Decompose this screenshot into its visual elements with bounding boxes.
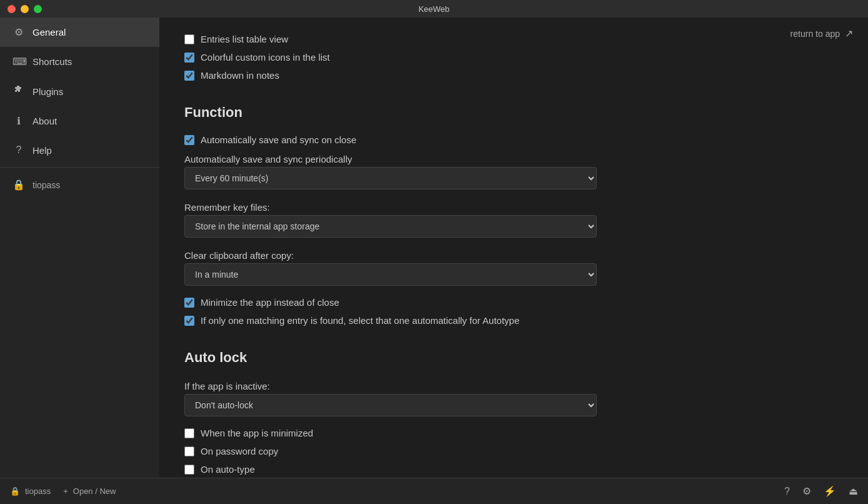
info-icon: ℹ: [12, 115, 25, 127]
minimize-close-checkbox[interactable]: [184, 298, 194, 308]
remember-key-files-select[interactable]: Store in the internal app storage Don't …: [184, 215, 597, 238]
checkbox-markdown-notes[interactable]: Markdown in notes: [184, 66, 843, 84]
colorful-icons-checkbox[interactable]: [184, 53, 194, 63]
checkbox-minimize-close[interactable]: Minimize the app instead of close: [184, 293, 843, 311]
autotype-select-checkbox[interactable]: [184, 316, 194, 326]
remember-key-files-label: Remember key files:: [184, 197, 843, 215]
sidebar-item-label-about: About: [32, 116, 57, 126]
colorful-icons-label: Colorful custom icons in the list: [201, 52, 330, 63]
bottom-settings-icon[interactable]: ⚙: [802, 485, 811, 497]
autotype-select-label: If only one matching entry is found, sel…: [201, 315, 519, 326]
bottom-left: 🔒 tiopass + Open / New: [10, 486, 116, 496]
auto-lock-section: Auto lock If the app is inactive: Don't …: [184, 350, 843, 478]
bottom-lock-icon: 🔒: [10, 486, 20, 496]
inactive-select[interactable]: Don't auto-lock After 1 minute After 5 m…: [184, 394, 597, 416]
entries-list-table-view-label: Entries list table view: [201, 34, 288, 44]
help-icon: ?: [12, 144, 25, 156]
on-auto-type-checkbox[interactable]: [184, 465, 194, 475]
clear-clipboard-select[interactable]: In a minute Never In 10 seconds In 30 se…: [184, 263, 597, 286]
checkbox-auto-save-close[interactable]: Automatically save and sync on close: [184, 131, 843, 149]
function-title: Function: [184, 104, 843, 121]
bottom-tiopass-button[interactable]: 🔒 tiopass: [10, 486, 51, 496]
auto-save-close-checkbox[interactable]: [184, 135, 194, 145]
clear-clipboard-select-wrapper: In a minute Never In 10 seconds In 30 se…: [184, 263, 597, 286]
bottom-open-new-label: Open / New: [73, 486, 116, 496]
when-minimized-label: When the app is minimized: [201, 428, 313, 438]
checkbox-autotype-select[interactable]: If only one matching entry is found, sel…: [184, 311, 843, 330]
sidebar-item-about[interactable]: ℹ About: [0, 106, 159, 136]
bottom-generator-icon[interactable]: ⚡: [824, 485, 836, 497]
bottom-right: ? ⚙ ⚡ ⏏: [784, 485, 858, 497]
return-to-app-label: return to app: [791, 29, 840, 39]
clear-clipboard-label: Clear clipboard after copy:: [184, 245, 843, 263]
return-arrow-icon: ↗: [845, 28, 853, 39]
maximize-button[interactable]: [34, 5, 42, 13]
app-body: ⚙ General ⌨ Shortcuts Plugins ℹ About ? …: [0, 18, 868, 478]
sidebar-item-label-general: General: [32, 27, 66, 38]
sidebar-item-help[interactable]: ? Help: [0, 136, 159, 164]
sidebar-divider: [0, 167, 159, 168]
sidebar-item-label-plugins: Plugins: [32, 86, 63, 97]
bottom-bar: 🔒 tiopass + Open / New ? ⚙ ⚡ ⏏: [0, 478, 868, 504]
app-title: KeeWeb: [419, 4, 450, 14]
checkbox-on-password-copy[interactable]: On password copy: [184, 442, 843, 460]
sidebar-item-label-help: Help: [32, 145, 52, 156]
sidebar: ⚙ General ⌨ Shortcuts Plugins ℹ About ? …: [0, 18, 159, 478]
markdown-notes-checkbox[interactable]: [184, 71, 194, 81]
close-button[interactable]: [7, 5, 16, 13]
auto-lock-title: Auto lock: [184, 350, 843, 366]
bottom-tiopass-label: tiopass: [25, 486, 51, 496]
main-content: return to app ↗ Entries list table view …: [159, 18, 868, 478]
on-password-copy-checkbox[interactable]: [184, 446, 194, 456]
sidebar-db-label-tiopass: tiopass: [32, 180, 60, 190]
when-minimized-checkbox[interactable]: [184, 428, 194, 438]
sidebar-item-shortcuts[interactable]: ⌨ Shortcuts: [0, 47, 159, 76]
on-password-copy-label: On password copy: [201, 446, 278, 456]
remember-key-files-select-wrapper: Store in the internal app storage Don't …: [184, 215, 597, 238]
bottom-lock-out-icon[interactable]: ⏏: [849, 485, 858, 497]
markdown-notes-label: Markdown in notes: [201, 70, 279, 81]
auto-sync-select[interactable]: Every 60 minute(s) Never Every 1 minute(…: [184, 167, 597, 189]
entries-list-table-view-checkbox[interactable]: [184, 34, 194, 44]
bottom-help-icon[interactable]: ?: [784, 486, 790, 497]
bottom-open-new-button[interactable]: + Open / New: [63, 486, 116, 496]
lock-icon: 🔒: [12, 179, 25, 191]
auto-sync-periodically-label: Automatically save and sync periodically: [184, 149, 843, 167]
plugins-icon: [12, 85, 25, 98]
checkbox-on-auto-type[interactable]: On auto-type: [184, 460, 843, 478]
bottom-plus-icon: +: [63, 486, 68, 496]
return-to-app-button[interactable]: return to app ↗: [791, 28, 853, 39]
auto-save-close-label: Automatically save and sync on close: [201, 134, 356, 145]
sidebar-item-label-shortcuts: Shortcuts: [32, 56, 72, 67]
sidebar-item-plugins[interactable]: Plugins: [0, 76, 159, 106]
inactive-select-wrapper: Don't auto-lock After 1 minute After 5 m…: [184, 394, 597, 416]
inactive-label: If the app is inactive:: [184, 376, 843, 394]
minimize-button[interactable]: [21, 5, 29, 13]
sidebar-item-general[interactable]: ⚙ General: [0, 18, 159, 47]
keyboard-icon: ⌨: [12, 56, 25, 68]
checkbox-colorful-icons[interactable]: Colorful custom icons in the list: [184, 48, 843, 66]
checkbox-entries-list-table-view[interactable]: Entries list table view: [184, 30, 843, 48]
sidebar-item-tiopass[interactable]: 🔒 tiopass: [0, 170, 159, 199]
title-bar: KeeWeb: [0, 0, 868, 18]
minimize-close-label: Minimize the app instead of close: [201, 297, 339, 308]
traffic-lights: [7, 5, 42, 13]
function-section: Function Automatically save and sync on …: [184, 104, 843, 330]
on-auto-type-label: On auto-type: [201, 464, 255, 475]
appearance-section: Entries list table view Colorful custom …: [184, 30, 843, 84]
checkbox-when-minimized[interactable]: When the app is minimized: [184, 424, 843, 442]
auto-sync-select-wrapper: Every 60 minute(s) Never Every 1 minute(…: [184, 167, 597, 189]
gear-icon: ⚙: [12, 26, 25, 38]
